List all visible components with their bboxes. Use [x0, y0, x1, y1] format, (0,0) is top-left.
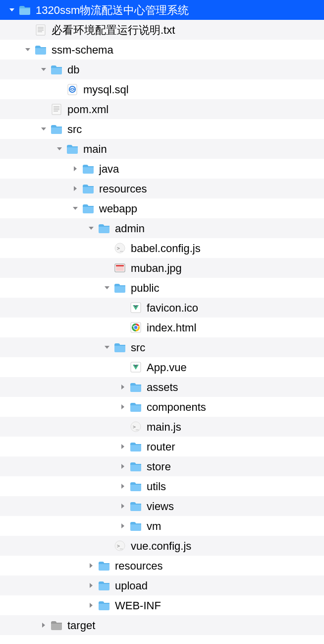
tree-row[interactable]: views	[0, 496, 324, 516]
tree-row[interactable]: 1320ssm物流配送中心管理系统	[0, 0, 324, 20]
tree-row[interactable]: components	[0, 397, 324, 417]
chevron-right-icon[interactable]	[70, 184, 80, 193]
chevron-right-icon[interactable]	[70, 164, 80, 174]
tree-item-label: main	[83, 142, 107, 156]
tree-row[interactable]: main	[0, 139, 324, 159]
folder-icon	[129, 519, 143, 533]
tree-row[interactable]: WEB-INF	[0, 595, 324, 615]
chevron-right-icon[interactable]	[118, 521, 128, 531]
tree-item-label: src	[67, 123, 82, 136]
chevron-right-icon[interactable]	[39, 620, 49, 630]
tree-item-label: db	[67, 63, 79, 76]
chevron-down-icon[interactable]	[86, 223, 96, 233]
tree-row[interactable]: router	[0, 437, 324, 456]
tree-row[interactable]: src	[0, 337, 324, 357]
tree-item-label: WEB-INF	[115, 599, 161, 612]
vue-icon	[129, 360, 143, 374]
tree-row[interactable]: public	[0, 278, 324, 298]
folder-icon	[129, 459, 143, 473]
tree-row[interactable]: resources	[0, 179, 324, 198]
tree-row[interactable]: store	[0, 456, 324, 476]
tree-item-label: 1320ssm物流配送中心管理系统	[36, 2, 189, 18]
tree-row[interactable]: resources	[0, 556, 324, 576]
tree-row[interactable]: java	[0, 159, 324, 179]
sql-icon	[65, 82, 79, 96]
tree-row[interactable]: 必看环境配置运行说明.txt	[0, 20, 324, 40]
tree-row[interactable]: mysql.sql	[0, 79, 324, 99]
tree-item-label: index.html	[147, 321, 196, 334]
chevron-right-icon[interactable]	[118, 501, 128, 511]
folder-icon	[50, 122, 63, 136]
tree-item-label: views	[147, 500, 174, 513]
tree-row[interactable]: src	[0, 119, 324, 139]
chevron-down-icon[interactable]	[102, 342, 112, 352]
folder-icon	[65, 142, 79, 156]
file-tree[interactable]: 1320ssm物流配送中心管理系统必看环境配置运行说明.txtssm-schem…	[0, 0, 324, 635]
img-icon	[113, 261, 127, 275]
folder-icon	[129, 479, 143, 493]
tree-item-label: public	[131, 281, 159, 295]
vue-icon	[129, 301, 143, 315]
tree-item-label: webapp	[99, 202, 137, 215]
tree-row[interactable]: App.vue	[0, 357, 324, 377]
tree-item-label: App.vue	[147, 361, 187, 374]
js-icon	[129, 420, 143, 434]
chevron-right-icon[interactable]	[118, 402, 128, 412]
folder-icon	[113, 281, 127, 295]
tree-row[interactable]: webapp	[0, 198, 324, 218]
folder-icon	[129, 440, 143, 453]
tree-row[interactable]: muban.jpg	[0, 258, 324, 278]
tree-item-label: ssm-schema	[52, 43, 113, 57]
chevron-down-icon[interactable]	[70, 203, 80, 213]
tree-row[interactable]: vue.config.js	[0, 536, 324, 556]
tree-item-label: muban.jpg	[131, 261, 182, 275]
tree-item-label: vm	[147, 519, 161, 533]
chevron-right-icon[interactable]	[86, 561, 96, 571]
chevron-down-icon[interactable]	[7, 5, 17, 15]
folder-icon	[34, 43, 48, 57]
chevron-down-icon[interactable]	[39, 64, 49, 74]
tree-row[interactable]: assets	[0, 377, 324, 397]
folder-icon	[50, 63, 63, 76]
tree-item-label: upload	[115, 579, 148, 592]
tree-row[interactable]: main.js	[0, 417, 324, 437]
tree-row[interactable]: vm	[0, 516, 324, 536]
tree-row[interactable]: admin	[0, 218, 324, 238]
folder-icon	[97, 221, 111, 235]
tree-item-label: target	[67, 619, 95, 632]
chevron-right-icon[interactable]	[118, 461, 128, 471]
chevron-right-icon[interactable]	[118, 442, 128, 451]
folder-icon	[81, 162, 95, 176]
chevron-right-icon[interactable]	[86, 580, 96, 590]
tree-item-label: 必看环境配置运行说明.txt	[52, 22, 175, 38]
tree-row[interactable]: utils	[0, 476, 324, 496]
folder-icon	[129, 380, 143, 394]
tree-row[interactable]: db	[0, 60, 324, 79]
tree-row[interactable]: target	[0, 615, 324, 635]
tree-item-label: main.js	[147, 420, 181, 434]
folder-icon	[81, 201, 95, 215]
chevron-down-icon[interactable]	[102, 283, 112, 293]
tree-item-label: mysql.sql	[83, 83, 129, 96]
tree-row[interactable]: index.html	[0, 318, 324, 337]
chevron-down-icon[interactable]	[23, 45, 33, 55]
tree-row[interactable]: ssm-schema	[0, 40, 324, 60]
tree-item-label: favicon.ico	[147, 301, 198, 315]
tree-row[interactable]: upload	[0, 576, 324, 595]
tree-row[interactable]: favicon.ico	[0, 298, 324, 318]
chevron-right-icon[interactable]	[118, 382, 128, 392]
tree-row[interactable]: pom.xml	[0, 99, 324, 119]
js-icon	[113, 539, 127, 553]
tree-item-label: vue.config.js	[131, 539, 191, 553]
chevron-down-icon[interactable]	[54, 144, 64, 154]
tree-item-label: resources	[99, 182, 147, 195]
chevron-down-icon[interactable]	[39, 124, 49, 134]
chevron-right-icon[interactable]	[86, 600, 96, 610]
txt-icon	[50, 102, 63, 116]
tree-item-label: assets	[147, 381, 178, 394]
tree-row[interactable]: babel.config.js	[0, 238, 324, 258]
tree-item-label: resources	[115, 559, 163, 573]
chevron-right-icon[interactable]	[118, 481, 128, 491]
folder-icon	[81, 182, 95, 195]
tree-item-label: src	[131, 341, 145, 354]
